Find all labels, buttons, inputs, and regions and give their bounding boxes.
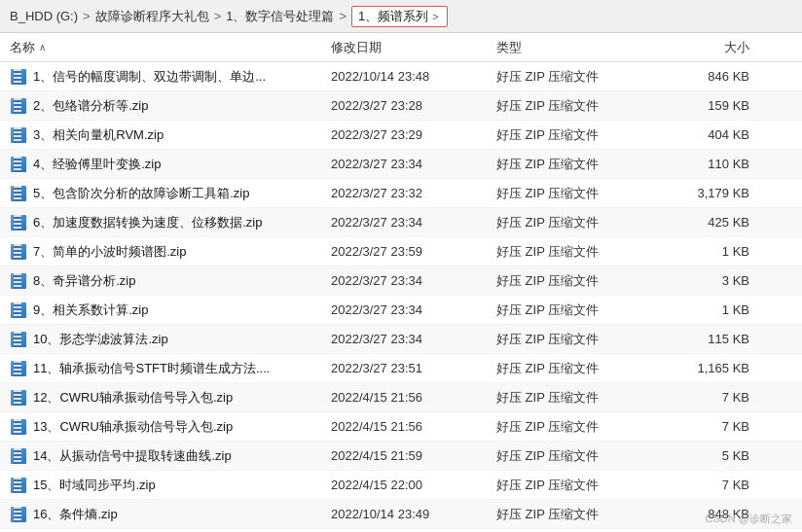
file-type: 好压 ZIP 压缩文件 <box>496 506 652 523</box>
file-size: 5 KB <box>652 448 749 463</box>
breadcrumb-active-item[interactable]: 1、频谱系列 > <box>351 6 448 27</box>
col-header-name[interactable]: 名称 ∧ <box>10 39 331 56</box>
file-type: 好压 ZIP 压缩文件 <box>496 97 652 115</box>
file-date: 2022/4/15 21:59 <box>331 448 496 463</box>
table-row[interactable]: 14、从振动信号中提取转速曲线.zip 2022/4/15 21:59 好压 Z… <box>0 442 802 471</box>
file-name-cell: 8、奇异谱分析.zip <box>10 272 331 290</box>
file-type: 好压 ZIP 压缩文件 <box>496 68 652 86</box>
table-row[interactable]: 15、时域同步平均.zip 2022/4/15 22:00 好压 ZIP 压缩文… <box>0 471 802 500</box>
zip-file-icon <box>10 506 27 523</box>
table-row[interactable]: 12、CWRU轴承振动信号导入包.zip 2022/4/15 21:56 好压 … <box>0 383 802 412</box>
breadcrumb-folder1[interactable]: 故障诊断程序大礼包 <box>95 8 209 25</box>
file-type: 好压 ZIP 压缩文件 <box>496 389 652 407</box>
table-row[interactable]: 4、经验傅里叶变换.zip 2022/3/27 23:34 好压 ZIP 压缩文… <box>0 150 802 179</box>
col-header-size[interactable]: 大小 <box>652 39 749 56</box>
file-date: 2022/3/27 23:59 <box>331 244 496 259</box>
table-row[interactable]: 3、相关向量机RVM.zip 2022/3/27 23:29 好压 ZIP 压缩… <box>0 121 802 150</box>
breadcrumb-chevron-icon: > <box>432 11 438 22</box>
file-name-text: 4、经验傅里叶变换.zip <box>33 156 161 173</box>
zip-file-icon <box>10 156 27 173</box>
file-type: 好压 ZIP 压缩文件 <box>496 447 652 465</box>
file-size: 1 KB <box>652 302 749 317</box>
file-name-cell: 16、条件熵.zip <box>10 506 331 523</box>
file-name-cell: 2、包络谱分析等.zip <box>10 97 331 115</box>
file-date: 2022/3/27 23:34 <box>331 215 496 230</box>
file-name-text: 14、从振动信号中提取转速曲线.zip <box>33 447 232 465</box>
file-date: 2022/3/27 23:34 <box>331 332 496 346</box>
file-name-cell: 10、形态学滤波算法.zip <box>10 331 331 348</box>
file-type: 好压 ZIP 压缩文件 <box>496 477 652 494</box>
file-size: 846 KB <box>652 69 749 84</box>
file-name-text: 10、形态学滤波算法.zip <box>33 331 168 348</box>
file-name-text: 6、加速度数据转换为速度、位移数据.zip <box>33 214 262 231</box>
file-name-cell: 1、信号的幅度调制、双边带调制、单边... <box>10 68 331 86</box>
file-name-cell: 15、时域同步平均.zip <box>10 477 331 494</box>
watermark: CSDN @诊断之家 <box>706 512 792 526</box>
file-name-cell: 7、简单的小波时频谱图.zip <box>10 243 331 261</box>
file-size: 7 KB <box>652 390 749 405</box>
file-name-text: 12、CWRU轴承振动信号导入包.zip <box>33 389 233 407</box>
file-type: 好压 ZIP 压缩文件 <box>496 301 652 319</box>
table-row[interactable]: 7、简单的小波时频谱图.zip 2022/3/27 23:59 好压 ZIP 压… <box>0 237 802 266</box>
file-date: 2022/3/27 23:28 <box>331 98 496 113</box>
table-row[interactable]: 6、加速度数据转换为速度、位移数据.zip 2022/3/27 23:34 好压… <box>0 208 802 237</box>
file-type: 好压 ZIP 压缩文件 <box>496 126 652 144</box>
file-size: 425 KB <box>652 215 749 230</box>
file-name-cell: 3、相关向量机RVM.zip <box>10 126 331 144</box>
file-size: 404 KB <box>652 127 749 142</box>
file-date: 2022/3/27 23:51 <box>331 361 496 375</box>
file-name-cell: 6、加速度数据转换为速度、位移数据.zip <box>10 214 331 231</box>
zip-file-icon <box>10 97 27 115</box>
zip-file-icon <box>10 185 27 202</box>
zip-file-icon <box>10 418 27 436</box>
file-size: 1 KB <box>652 244 749 259</box>
zip-file-icon <box>10 272 27 290</box>
breadcrumb-folder2[interactable]: 1、数字信号处理篇 <box>226 8 334 25</box>
file-name-cell: 9、相关系数计算.zip <box>10 301 331 319</box>
zip-file-icon <box>10 243 27 261</box>
zip-file-icon <box>10 477 27 494</box>
col-header-type[interactable]: 类型 <box>496 39 652 56</box>
col-header-date[interactable]: 修改日期 <box>331 39 496 56</box>
file-date: 2022/3/27 23:34 <box>331 273 496 288</box>
file-size: 110 KB <box>652 157 749 171</box>
file-name-cell: 14、从振动信号中提取转速曲线.zip <box>10 447 331 465</box>
file-name-cell: 11、轴承振动信号STFT时频谱生成方法.... <box>10 360 331 377</box>
table-row[interactable]: 13、CWRU轴承振动信号导入包.zip 2022/4/15 21:56 好压 … <box>0 412 802 442</box>
col-sort-icon: ∧ <box>39 42 46 53</box>
file-size: 159 KB <box>652 98 749 113</box>
file-date: 2022/4/15 21:56 <box>331 419 496 434</box>
breadcrumb-active-label: 1、频谱系列 <box>358 8 428 25</box>
file-type: 好压 ZIP 压缩文件 <box>496 214 652 231</box>
file-date: 2022/4/15 21:56 <box>331 390 496 405</box>
zip-file-icon <box>10 68 27 86</box>
table-row[interactable]: 5、包含阶次分析的故障诊断工具箱.zip 2022/3/27 23:32 好压 … <box>0 179 802 208</box>
table-row[interactable]: 8、奇异谱分析.zip 2022/3/27 23:34 好压 ZIP 压缩文件 … <box>0 266 802 296</box>
file-name-text: 5、包含阶次分析的故障诊断工具箱.zip <box>33 185 249 202</box>
file-date: 2022/3/27 23:32 <box>331 186 496 200</box>
breadcrumb-sep-2: > <box>214 9 222 23</box>
file-name-text: 11、轴承振动信号STFT时频谱生成方法.... <box>33 360 270 377</box>
table-row[interactable]: 16、条件熵.zip 2022/10/14 23:49 好压 ZIP 压缩文件 … <box>0 500 802 529</box>
file-name-text: 13、CWRU轴承振动信号导入包.zip <box>33 418 233 436</box>
table-row[interactable]: 10、形态学滤波算法.zip 2022/3/27 23:34 好压 ZIP 压缩… <box>0 325 802 354</box>
table-row[interactable]: 1、信号的幅度调制、双边带调制、单边... 2022/10/14 23:48 好… <box>0 62 802 91</box>
table-row[interactable]: 9、相关系数计算.zip 2022/3/27 23:34 好压 ZIP 压缩文件… <box>0 296 802 325</box>
file-date: 2022/3/27 23:34 <box>331 157 496 171</box>
zip-file-icon <box>10 214 27 231</box>
file-name-text: 15、时域同步平均.zip <box>33 477 156 494</box>
file-size: 3 KB <box>652 273 749 288</box>
file-size: 7 KB <box>652 478 749 492</box>
table-row[interactable]: 2、包络谱分析等.zip 2022/3/27 23:28 好压 ZIP 压缩文件… <box>0 91 802 121</box>
file-name-text: 16、条件熵.zip <box>33 506 118 523</box>
file-date: 2022/4/15 22:00 <box>331 478 496 492</box>
file-size: 3,179 KB <box>652 186 749 200</box>
file-list[interactable]: 1、信号的幅度调制、双边带调制、单边... 2022/10/14 23:48 好… <box>0 62 802 532</box>
file-date: 2022/10/14 23:49 <box>331 507 496 521</box>
breadcrumb-sep-1: > <box>83 9 91 23</box>
file-type: 好压 ZIP 压缩文件 <box>496 418 652 436</box>
table-row[interactable]: 11、轴承振动信号STFT时频谱生成方法.... 2022/3/27 23:51… <box>0 354 802 383</box>
breadcrumb-drive[interactable]: B_HDD (G:) <box>10 9 78 23</box>
column-header-row: 名称 ∧ 修改日期 类型 大小 <box>0 33 802 62</box>
file-date: 2022/3/27 23:34 <box>331 302 496 317</box>
